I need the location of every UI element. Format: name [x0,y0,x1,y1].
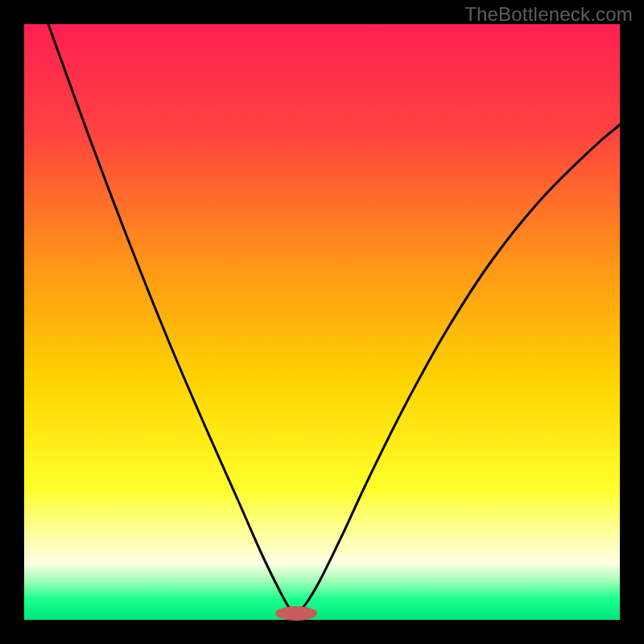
watermark-text: TheBottleneck.com [464,3,633,26]
plot-area [24,24,620,620]
chart-stage: TheBottleneck.com [0,0,644,644]
bottleneck-chart [0,0,644,644]
min-marker [275,606,317,621]
